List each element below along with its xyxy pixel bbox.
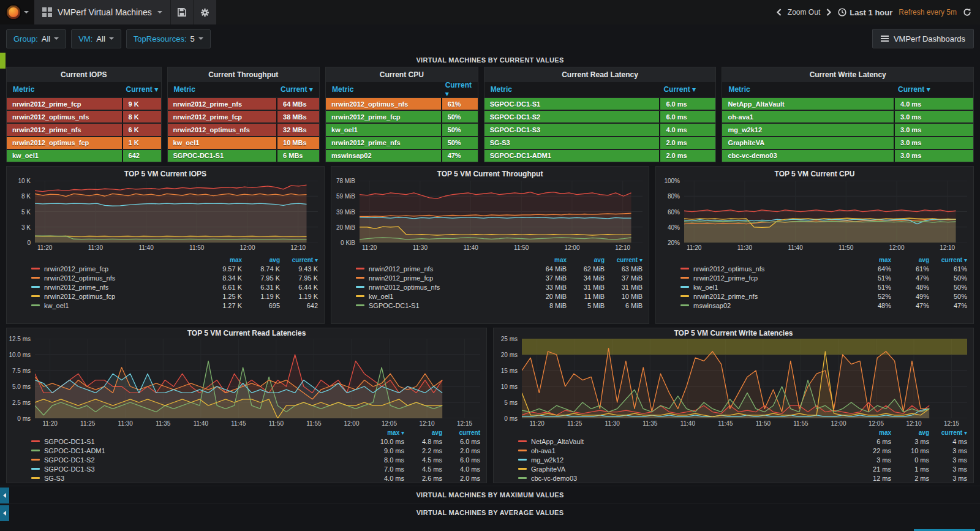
table-row[interactable]: GraphiteVA3.0 ms bbox=[722, 137, 973, 149]
time-range-picker[interactable]: Last 1 hour bbox=[838, 8, 892, 17]
legend-series-name[interactable]: nrwin2012_optimus_nfs bbox=[44, 274, 115, 282]
variable-group-dropdown[interactable]: Group: All bbox=[6, 29, 66, 48]
legend-series-name[interactable]: kw_oel1 bbox=[44, 302, 69, 309]
legend-column-header-avg[interactable]: avg bbox=[891, 429, 929, 436]
column-header-metric[interactable]: Metric bbox=[168, 85, 276, 94]
legend-series-name[interactable]: SGPOC-DC1-S2 bbox=[44, 456, 95, 464]
series-color-dash[interactable] bbox=[31, 304, 40, 306]
table-row[interactable]: cbc-vc-demo033.0 ms bbox=[722, 150, 973, 162]
plot-area[interactable] bbox=[360, 181, 643, 243]
chart-panel-title[interactable]: TOP 5 VM Current Throughput bbox=[331, 167, 649, 181]
legend-column-header-max[interactable]: max ▾ bbox=[366, 429, 404, 436]
variable-topresources-dropdown[interactable]: TopResources: 5 bbox=[126, 29, 211, 48]
legend-series-name[interactable]: kw_oel1 bbox=[693, 284, 718, 291]
table-row[interactable]: nrwin2012_prime_nfs50% bbox=[326, 137, 478, 149]
legend-series-name[interactable]: GraphiteVA bbox=[531, 465, 565, 473]
grafana-menu-button[interactable] bbox=[0, 0, 34, 24]
vmperf-dashboards-button[interactable]: VMPerf Dashboards bbox=[872, 29, 974, 48]
legend-series-name[interactable]: oh-ava1 bbox=[531, 447, 556, 454]
chart-panel-title[interactable]: TOP 5 VM Current IOPS bbox=[7, 167, 324, 181]
legend-column-header-avg[interactable]: avg bbox=[567, 257, 605, 263]
table-row[interactable]: nrwin2012_optimus_nfs8 K bbox=[7, 111, 161, 122]
legend-column-header-max[interactable]: max bbox=[529, 257, 567, 263]
table-row[interactable]: nrwin2012_prime_fcp9 K bbox=[7, 98, 161, 110]
legend-series-name[interactable]: NetApp_AltaVault bbox=[531, 438, 584, 445]
legend-series-name[interactable]: nrwin2012_prime_nfs bbox=[693, 293, 758, 300]
legend-series-name[interactable]: nrwin2012_prime_fcp bbox=[369, 274, 433, 282]
legend-series-name[interactable]: cbc-vc-demo03 bbox=[531, 475, 577, 482]
plot-area[interactable] bbox=[684, 181, 967, 243]
dashboard-settings-button[interactable] bbox=[193, 0, 216, 24]
column-header-metric[interactable]: Metric bbox=[485, 85, 659, 94]
column-header-metric[interactable]: Metric bbox=[7, 85, 121, 94]
column-header-metric[interactable]: Metric bbox=[723, 85, 893, 94]
series-color-dash[interactable] bbox=[680, 304, 689, 306]
legend-series-name[interactable]: nrwin2012_prime_fcp bbox=[693, 274, 758, 282]
series-color-dash[interactable] bbox=[356, 268, 364, 269]
series-color-dash[interactable] bbox=[356, 295, 364, 297]
series-color-dash[interactable] bbox=[356, 286, 364, 288]
legend-series-name[interactable]: SGPOC-DC1-ADM1 bbox=[44, 447, 105, 454]
series-color-dash[interactable] bbox=[680, 277, 689, 279]
series-color-dash[interactable] bbox=[680, 268, 689, 269]
series-color-dash[interactable] bbox=[31, 286, 40, 288]
legend-column-header-avg[interactable]: avg bbox=[891, 257, 929, 263]
legend-column-header-max[interactable]: max bbox=[853, 429, 891, 436]
legend-column-header-avg[interactable]: avg bbox=[404, 429, 442, 436]
legend-series-name[interactable]: nrwin2012_optimus_nfs bbox=[369, 284, 440, 291]
row-expand-tab[interactable] bbox=[0, 488, 9, 503]
series-color-dash[interactable] bbox=[31, 295, 40, 297]
table-row[interactable]: nrwin2012_optimus_fcp1 K bbox=[7, 137, 161, 149]
table-row[interactable]: kw_oel150% bbox=[326, 124, 478, 135]
series-color-dash[interactable] bbox=[680, 286, 689, 288]
column-header-current[interactable]: Current ▾ bbox=[893, 85, 973, 94]
column-header-current[interactable]: Current ▾ bbox=[121, 85, 160, 94]
legend-series-name[interactable]: SGPOC-DC1-S1 bbox=[44, 438, 95, 445]
table-row[interactable]: nrwin2012_optimus_nfs32 MBs bbox=[168, 124, 320, 135]
series-color-dash[interactable] bbox=[31, 440, 40, 442]
column-header-metric[interactable]: Metric bbox=[326, 85, 440, 94]
legend-series-name[interactable]: mg_w2k12 bbox=[531, 456, 564, 464]
legend-series-name[interactable]: SGPOC-DC1-S3 bbox=[44, 465, 95, 473]
legend-column-header-max[interactable]: max bbox=[853, 257, 891, 263]
table-row[interactable]: SGPOC-DC1-ADM12.0 ms bbox=[484, 150, 716, 162]
table-row[interactable]: SGPOC-DC1-S16.0 ms bbox=[484, 98, 716, 110]
table-row[interactable]: nrwin2012_prime_nfs6 K bbox=[7, 124, 161, 135]
table-row[interactable]: SG-S32.0 ms bbox=[484, 137, 716, 149]
legend-column-header-current[interactable]: current bbox=[442, 429, 480, 436]
save-dashboard-button[interactable] bbox=[170, 0, 193, 24]
legend-series-name[interactable]: nrwin2012_prime_fcp bbox=[44, 265, 108, 273]
table-row[interactable]: NetApp_AltaVault4.0 ms bbox=[722, 98, 973, 110]
refresh-interval-label[interactable]: Refresh every 5m bbox=[899, 8, 957, 17]
series-color-dash[interactable] bbox=[518, 468, 527, 470]
plot-area[interactable] bbox=[522, 339, 967, 418]
chart-panel-title[interactable]: TOP 5 VM Current Read Latencies bbox=[7, 328, 486, 339]
legend-series-name[interactable]: SG-S3 bbox=[44, 475, 64, 482]
table-row[interactable]: SGPOC-DC1-S16 MBs bbox=[168, 150, 320, 162]
table-row[interactable]: kw_oel110 MBs bbox=[168, 137, 320, 149]
table-row[interactable]: mg_w2k123.0 ms bbox=[722, 124, 973, 135]
series-color-dash[interactable] bbox=[31, 277, 40, 279]
series-color-dash[interactable] bbox=[31, 477, 40, 479]
row-collapse-tab[interactable] bbox=[0, 53, 6, 69]
series-color-dash[interactable] bbox=[31, 459, 40, 461]
legend-series-name[interactable]: mswinsap02 bbox=[693, 302, 731, 309]
series-color-dash[interactable] bbox=[680, 295, 689, 297]
legend-column-header-current[interactable]: current ▾ bbox=[605, 257, 643, 263]
legend-series-name[interactable]: nrwin2012_optimus_fcp bbox=[44, 293, 115, 300]
time-shift-forward-button[interactable] bbox=[826, 9, 832, 16]
column-header-current[interactable]: Current ▾ bbox=[440, 81, 477, 98]
legend-column-header-max[interactable]: max bbox=[204, 257, 242, 263]
refresh-button[interactable] bbox=[963, 8, 971, 17]
table-row[interactable]: nrwin2012_prime_fcp50% bbox=[326, 111, 478, 122]
plot-area[interactable] bbox=[35, 181, 318, 243]
table-row[interactable]: mswinsap0247% bbox=[326, 150, 478, 162]
legend-series-name[interactable]: SGPOC-DC1-S1 bbox=[369, 302, 420, 309]
series-color-dash[interactable] bbox=[518, 459, 527, 461]
table-row[interactable]: nrwin2012_optimus_nfs61% bbox=[326, 98, 478, 110]
table-row[interactable]: SGPOC-DC1-S26.0 ms bbox=[484, 111, 716, 122]
table-row[interactable]: nrwin2012_prime_nfs64 MBs bbox=[168, 98, 320, 110]
chart-panel-title[interactable]: TOP 5 VM Current Write Latencies bbox=[494, 328, 973, 339]
table-row[interactable]: oh-ava13.0 ms bbox=[722, 111, 973, 122]
row-expand-tab[interactable] bbox=[0, 505, 9, 521]
